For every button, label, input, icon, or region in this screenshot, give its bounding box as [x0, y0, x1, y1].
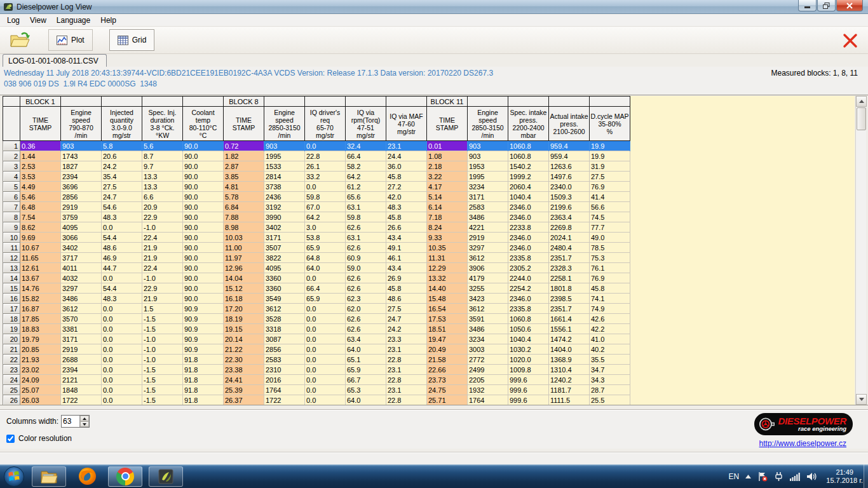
- grid-cell[interactable]: 3507: [264, 243, 305, 253]
- grid-cell[interactable]: 1497.6: [549, 172, 590, 182]
- grid-cell[interactable]: 11.00: [224, 243, 264, 253]
- grid-cell[interactable]: 90.0: [183, 253, 224, 263]
- grid-cell[interactable]: 56.6: [590, 202, 630, 212]
- menu-language[interactable]: Language: [51, 15, 95, 26]
- grid-cell[interactable]: 3759: [61, 212, 102, 222]
- grid-cell[interactable]: 90.0: [183, 294, 224, 304]
- grid-cell[interactable]: 3.85: [224, 172, 264, 182]
- grid-cell[interactable]: 76.1: [590, 263, 630, 273]
- row-number[interactable]: 21: [3, 344, 20, 355]
- grid-cell[interactable]: 41.0: [590, 334, 630, 344]
- grid-cell[interactable]: 3192: [264, 202, 305, 212]
- grid-cell[interactable]: 76.9: [590, 273, 630, 283]
- grid-cell[interactable]: 3.22: [427, 172, 468, 182]
- grid-cell[interactable]: 2919: [61, 344, 102, 355]
- grid-cell[interactable]: 12.29: [427, 263, 468, 273]
- grid-cell[interactable]: 26.37: [224, 395, 264, 405]
- grid-cell[interactable]: 1509.3: [549, 192, 590, 202]
- grid-cell[interactable]: 2583: [468, 202, 508, 212]
- grid-cell[interactable]: 2.87: [224, 161, 264, 172]
- grid-cell[interactable]: 5.8: [102, 141, 142, 151]
- grid-cell[interactable]: 24.2: [102, 161, 142, 172]
- grid-cell[interactable]: 3696: [61, 182, 102, 192]
- grid-cell[interactable]: 3822: [264, 253, 305, 263]
- grid-cell[interactable]: 42.0: [386, 192, 427, 202]
- grid-cell[interactable]: 1540.2: [508, 161, 549, 172]
- grid-cell[interactable]: 4095: [61, 222, 102, 233]
- grid-cell[interactable]: 3486: [468, 324, 508, 334]
- grid-cell[interactable]: -1.0: [142, 355, 183, 365]
- grid-cell[interactable]: 4.17: [427, 182, 468, 192]
- grid-cell[interactable]: 26.6: [386, 222, 427, 233]
- grid-cell[interactable]: 42.6: [590, 314, 630, 324]
- grid-cell[interactable]: 2394: [61, 172, 102, 182]
- grid-cell[interactable]: 4221: [468, 222, 508, 233]
- grid-cell[interactable]: 27.5: [102, 182, 142, 192]
- grid-cell[interactable]: 17.20: [224, 304, 264, 314]
- grid-cell[interactable]: 67.0: [305, 202, 346, 212]
- grid-cell[interactable]: 5.46: [20, 192, 61, 202]
- menu-log[interactable]: Log: [2, 15, 25, 26]
- grid-cell[interactable]: 3297: [468, 243, 508, 253]
- grid-cell[interactable]: 0.0: [305, 141, 346, 151]
- grid-cell[interactable]: 959.4: [549, 141, 590, 151]
- grid-cell[interactable]: 1.82: [224, 151, 264, 161]
- grid-cell[interactable]: 0.01: [427, 141, 468, 151]
- grid-cell[interactable]: 1743: [61, 151, 102, 161]
- grid-cell[interactable]: 14.40: [427, 283, 468, 294]
- grid-cell[interactable]: 45.8: [590, 283, 630, 294]
- row-number[interactable]: 3: [3, 161, 20, 172]
- grid-cell[interactable]: 42.2: [590, 324, 630, 334]
- grid-cell[interactable]: 0.0: [102, 324, 142, 334]
- grid-cell[interactable]: 1801.8: [549, 283, 590, 294]
- grid-button[interactable]: Grid: [109, 29, 155, 51]
- grid-cell[interactable]: 3402: [61, 243, 102, 253]
- grid-cell[interactable]: 999.6: [508, 395, 549, 405]
- grid-cell[interactable]: 2346.0: [508, 212, 549, 222]
- grid-cell[interactable]: 25.39: [224, 385, 264, 395]
- grid-cell[interactable]: 90.9: [183, 304, 224, 314]
- grid-cell[interactable]: 3.53: [20, 172, 61, 182]
- grid-cell[interactable]: 6.14: [427, 202, 468, 212]
- grid-cell[interactable]: 2688: [61, 355, 102, 365]
- grid-cell[interactable]: 90.0: [183, 192, 224, 202]
- grid-cell[interactable]: 2856: [61, 192, 102, 202]
- grid-cell[interactable]: 90.0: [183, 172, 224, 182]
- grid-cell[interactable]: 1009.8: [508, 365, 549, 375]
- grid-cell[interactable]: 8.98: [224, 222, 264, 233]
- grid-cell[interactable]: 2016: [264, 375, 305, 385]
- grid-cell[interactable]: 18.51: [427, 324, 468, 334]
- grid-cell[interactable]: 1181.7: [549, 385, 590, 395]
- grid-cell[interactable]: 0.0: [102, 385, 142, 395]
- grid-cell[interactable]: 22.30: [224, 355, 264, 365]
- grid-cell[interactable]: 49.1: [386, 243, 427, 253]
- grid-cell[interactable]: 74.5: [590, 212, 630, 222]
- grid-cell[interactable]: 44.7: [102, 263, 142, 273]
- grid-cell[interactable]: 1404.0: [549, 344, 590, 355]
- grid-cell[interactable]: 8.62: [20, 222, 61, 233]
- grid-cell[interactable]: 1556.1: [549, 324, 590, 334]
- grid-cell[interactable]: 4.81: [224, 182, 264, 192]
- grid-cell[interactable]: 15.48: [427, 294, 468, 304]
- grid-cell[interactable]: 40.2: [590, 344, 630, 355]
- grid-cell[interactable]: 48.3: [102, 212, 142, 222]
- grid-cell[interactable]: 10.67: [20, 243, 61, 253]
- grid-cell[interactable]: 4095: [264, 263, 305, 273]
- grid-cell[interactable]: 5.78: [224, 192, 264, 202]
- grid-cell[interactable]: 2.18: [427, 161, 468, 172]
- grid-cell[interactable]: 0.0: [102, 334, 142, 344]
- power-plug-icon[interactable]: [774, 471, 783, 482]
- grid-cell[interactable]: 62.6: [346, 243, 386, 253]
- grid-cell[interactable]: 6.48: [20, 202, 61, 212]
- grid-cell[interactable]: 999.6: [508, 375, 549, 385]
- grid-cell[interactable]: 1060.8: [508, 151, 549, 161]
- grid-cell[interactable]: 59.8: [346, 212, 386, 222]
- grid-cell[interactable]: -1.0: [142, 222, 183, 233]
- grid-cell[interactable]: 1040.4: [508, 334, 549, 344]
- grid-cell[interactable]: 2919: [468, 233, 508, 243]
- grid-cell[interactable]: 13.67: [20, 273, 61, 283]
- grid-cell[interactable]: 90.9: [183, 344, 224, 355]
- grid-cell[interactable]: 11.65: [20, 253, 61, 263]
- grid-cell[interactable]: 19.9: [590, 151, 630, 161]
- restore-button[interactable]: [817, 0, 836, 11]
